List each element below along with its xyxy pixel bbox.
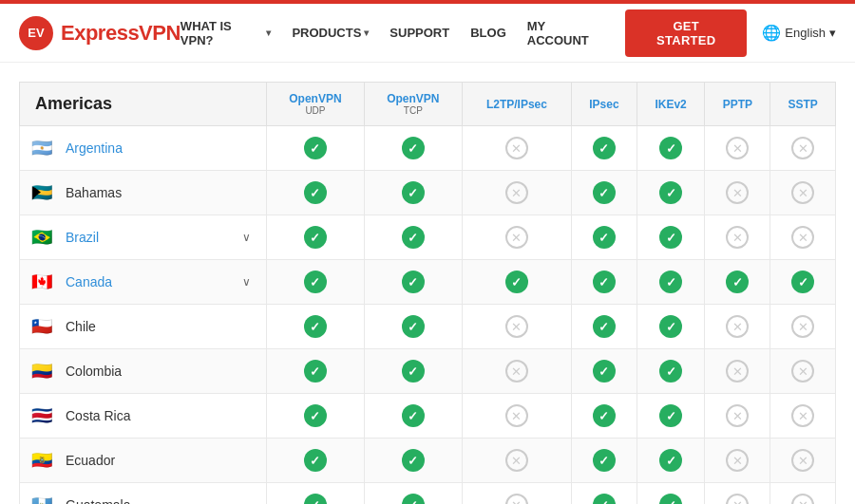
flag-icon: 🇧🇷 xyxy=(31,228,58,247)
col-openvpn-udp: OpenVPN UDP xyxy=(267,83,365,126)
logo-area[interactable]: EV ExpressVPN xyxy=(19,16,180,50)
nav-blog[interactable]: BLOG xyxy=(470,26,506,40)
check-icon: ✓ xyxy=(791,271,814,293)
flag-icon: 🇧🇸 xyxy=(31,183,58,202)
cell-l2tp: ✕ xyxy=(462,215,571,260)
cell-ikev2: ✓ xyxy=(636,126,705,171)
cell-sstp: ✕ xyxy=(770,215,836,260)
cell-pptp: ✕ xyxy=(705,439,770,483)
check-icon: ✓ xyxy=(402,315,425,338)
lang-label: English xyxy=(785,26,826,40)
check-icon: ✓ xyxy=(659,226,682,249)
cell-l2tp: ✕ xyxy=(462,349,571,394)
check-icon: ✓ xyxy=(402,404,425,427)
flag-icon: 🇨🇦 xyxy=(31,272,58,291)
x-icon: ✕ xyxy=(726,494,749,504)
nav-what-is-vpn-caret: ▾ xyxy=(266,28,271,38)
check-icon: ✓ xyxy=(593,315,616,338)
x-icon: ✕ xyxy=(726,360,749,383)
cell-pptp: ✓ xyxy=(705,260,770,305)
logo-icon: EV xyxy=(19,16,53,50)
cell-ipsec: ✓ xyxy=(572,483,637,505)
cell-ikev2: ✓ xyxy=(636,394,705,439)
logo-text: ExpressVPN xyxy=(61,21,180,46)
logo-initials: EV xyxy=(28,26,44,40)
nav-my-account[interactable]: MY ACCOUNT xyxy=(527,19,606,47)
cell-sstp: ✕ xyxy=(770,483,836,505)
flag-icon: 🇦🇷 xyxy=(31,139,58,158)
country-name: Colombia xyxy=(66,364,122,379)
cell-ikev2: ✓ xyxy=(636,483,705,505)
check-icon: ✓ xyxy=(726,271,749,293)
country-cell: 🇪🇨Ecuador xyxy=(20,439,267,483)
cell-openvpn_udp: ✓ xyxy=(267,439,365,483)
x-icon: ✕ xyxy=(791,315,814,338)
x-icon: ✕ xyxy=(791,226,814,249)
cell-ipsec: ✓ xyxy=(572,171,637,215)
col-openvpn-tcp: OpenVPN TCP xyxy=(364,83,462,126)
cell-openvpn_udp: ✓ xyxy=(267,215,365,260)
cell-openvpn_tcp: ✓ xyxy=(364,349,462,394)
cell-pptp: ✕ xyxy=(705,394,770,439)
check-icon: ✓ xyxy=(402,271,425,293)
table-row: 🇬🇹Guatemala✓✓✕✓✓✕✕ xyxy=(20,483,836,505)
check-icon: ✓ xyxy=(402,137,425,159)
x-icon: ✕ xyxy=(505,137,528,159)
cell-sstp: ✕ xyxy=(770,394,836,439)
x-icon: ✕ xyxy=(726,449,749,472)
country-name[interactable]: Brazil xyxy=(66,230,99,245)
check-icon: ✓ xyxy=(593,137,616,159)
x-icon: ✕ xyxy=(726,137,749,159)
table-row: 🇧🇸Bahamas✓✓✕✓✓✕✕ xyxy=(20,171,836,215)
cell-pptp: ✕ xyxy=(705,305,770,349)
x-icon: ✕ xyxy=(791,137,814,159)
cell-ipsec: ✓ xyxy=(572,439,637,483)
x-icon: ✕ xyxy=(505,404,528,427)
language-selector[interactable]: 🌐 English ▾ xyxy=(762,24,836,42)
expand-chevron-icon[interactable]: ∨ xyxy=(242,275,251,289)
nav-support[interactable]: SUPPORT xyxy=(390,26,449,40)
check-icon: ✓ xyxy=(402,181,425,204)
cell-openvpn_tcp: ✓ xyxy=(364,260,462,305)
check-icon: ✓ xyxy=(304,137,327,159)
country-name[interactable]: Canada xyxy=(66,274,112,289)
cell-ikev2: ✓ xyxy=(636,439,705,483)
vpn-protocol-table: Americas OpenVPN UDP OpenVPN TCP L2TP/IP… xyxy=(19,82,836,504)
x-icon: ✕ xyxy=(726,315,749,338)
cell-openvpn_udp: ✓ xyxy=(267,171,365,215)
header: EV ExpressVPN WHAT IS VPN? ▾ PRODUCTS ▾ … xyxy=(0,4,855,63)
check-icon: ✓ xyxy=(659,315,682,338)
table-row: 🇪🇨Ecuador✓✓✕✓✓✕✕ xyxy=(20,439,836,483)
table-header-row: Americas OpenVPN UDP OpenVPN TCP L2TP/IP… xyxy=(20,83,836,126)
x-icon: ✕ xyxy=(791,181,814,204)
x-icon: ✕ xyxy=(791,494,814,504)
cell-l2tp: ✕ xyxy=(462,439,571,483)
x-icon: ✕ xyxy=(505,181,528,204)
cell-openvpn_tcp: ✓ xyxy=(364,394,462,439)
check-icon: ✓ xyxy=(659,137,682,159)
get-started-button[interactable]: GET STARTED xyxy=(625,9,747,57)
cell-pptp: ✕ xyxy=(705,171,770,215)
expand-chevron-icon[interactable]: ∨ xyxy=(242,231,251,244)
globe-icon: 🌐 xyxy=(762,24,781,42)
cell-openvpn_tcp: ✓ xyxy=(364,126,462,171)
country-cell: 🇬🇹Guatemala xyxy=(20,483,267,505)
check-icon: ✓ xyxy=(304,181,327,204)
col-l2tp: L2TP/IPsec xyxy=(462,83,571,126)
cell-ipsec: ✓ xyxy=(572,126,637,171)
country-cell[interactable]: 🇦🇷Argentina xyxy=(20,126,267,171)
check-icon: ✓ xyxy=(304,226,327,249)
table-row: 🇦🇷Argentina✓✓✕✓✓✕✕ xyxy=(20,126,836,171)
cell-ikev2: ✓ xyxy=(636,215,705,260)
nav-products[interactable]: PRODUCTS ▾ xyxy=(292,26,369,40)
cell-l2tp: ✕ xyxy=(462,394,571,439)
x-icon: ✕ xyxy=(791,404,814,427)
country-cell[interactable]: 🇨🇦Canada∨ xyxy=(20,260,267,305)
country-cell[interactable]: 🇧🇷Brazil∨ xyxy=(20,215,267,260)
nav-what-is-vpn[interactable]: WHAT IS VPN? ▾ xyxy=(180,19,272,47)
lang-caret-icon: ▾ xyxy=(829,26,836,40)
cell-sstp: ✕ xyxy=(770,126,836,171)
country-name[interactable]: Argentina xyxy=(66,140,123,156)
check-icon: ✓ xyxy=(593,449,616,472)
country-name: Chile xyxy=(66,319,96,334)
